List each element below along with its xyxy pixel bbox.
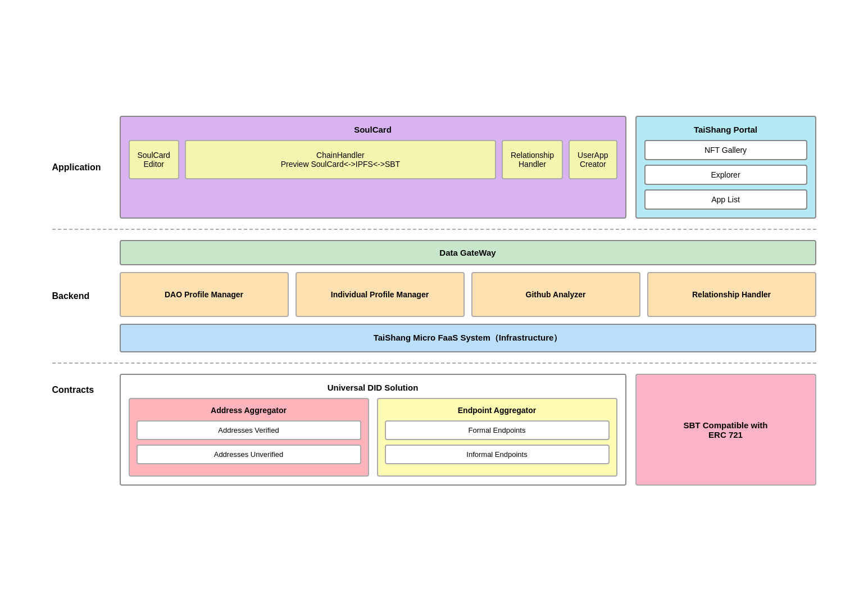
taishang-portal-box: TaiShang Portal NFT Gallery Explorer App…	[635, 116, 816, 219]
universal-did-box: Universal DID Solution Address Aggregato…	[120, 374, 626, 486]
dao-profile-manager-box: DAO Profile Manager	[120, 272, 289, 317]
userapp-creator-box: UserApp Creator	[569, 140, 617, 179]
universal-did-inner: Address Aggregator Addresses Verified Ad…	[129, 398, 617, 477]
address-aggregator-title: Address Aggregator	[137, 406, 361, 415]
soulcard-inner-boxes: SoulCard Editor ChainHandler Preview Sou…	[129, 140, 617, 179]
app-list-box: App List	[644, 189, 807, 210]
relationship-handler-app-box: Relationship Handler	[502, 140, 563, 179]
individual-profile-manager-box: Individual Profile Manager	[296, 272, 465, 317]
infra-box: TaiShang Micro FaaS System（Infrastructur…	[120, 324, 816, 352]
chainhandler-box: ChainHandler Preview SoulCard<->IPFS<->S…	[185, 140, 496, 179]
github-analyzer-box: Github Analyzer	[471, 272, 640, 317]
data-gateway-box: Data GateWay	[120, 240, 816, 265]
contracts-section: Universal DID Solution Address Aggregato…	[120, 374, 816, 486]
backend-boxes: DAO Profile Manager Individual Profile M…	[120, 272, 816, 317]
contracts-row: Contracts Universal DID Solution Address…	[52, 374, 816, 486]
endpoint-aggregator-box: Endpoint Aggregator Formal Endpoints Inf…	[377, 398, 617, 477]
architecture-diagram: Application SoulCard SoulCard Editor Cha…	[41, 99, 828, 508]
soulcard-outer-box: SoulCard SoulCard Editor ChainHandler Pr…	[120, 116, 626, 219]
informal-endpoints-box: Informal Endpoints	[385, 445, 610, 464]
formal-endpoints-box: Formal Endpoints	[385, 420, 610, 440]
backend-row: Backend Data GateWay DAO Profile Manager…	[52, 240, 816, 352]
explorer-box: Explorer	[644, 165, 807, 185]
sbt-compatible-box: SBT Compatible with ERC 721	[635, 374, 816, 486]
contracts-label: Contracts	[52, 374, 120, 395]
address-aggregator-box: Address Aggregator Addresses Verified Ad…	[129, 398, 369, 477]
addresses-unverified-box: Addresses Unverified	[137, 445, 361, 464]
endpoint-aggregator-title: Endpoint Aggregator	[385, 406, 610, 415]
soulcard-title: SoulCard	[129, 125, 617, 134]
backend-section: Data GateWay DAO Profile Manager Individ…	[120, 240, 816, 352]
separator-2	[52, 363, 816, 364]
relationship-handler-backend-box: Relationship Handler	[647, 272, 816, 317]
addresses-verified-box: Addresses Verified	[137, 420, 361, 440]
nft-gallery-box: NFT Gallery	[644, 140, 807, 160]
application-label: Application	[52, 162, 120, 173]
backend-label: Backend	[52, 291, 120, 301]
taishang-portal-title: TaiShang Portal	[644, 125, 807, 134]
soulcard-editor-box: SoulCard Editor	[129, 140, 179, 179]
universal-did-title: Universal DID Solution	[129, 383, 617, 392]
separator-1	[52, 229, 816, 230]
application-content: SoulCard SoulCard Editor ChainHandler Pr…	[120, 116, 816, 219]
application-row: Application SoulCard SoulCard Editor Cha…	[52, 116, 816, 219]
taishang-portal-items: NFT Gallery Explorer App List	[644, 140, 807, 210]
